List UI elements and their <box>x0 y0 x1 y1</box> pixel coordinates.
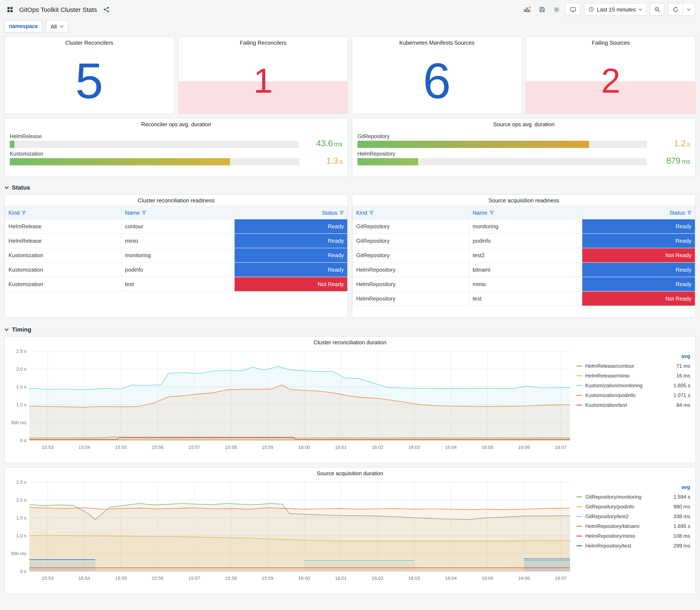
bar-gauge-fill <box>10 158 230 165</box>
panel-title[interactable]: Reconciler ops avg. duration <box>5 118 348 130</box>
filter-icon[interactable] <box>489 210 494 215</box>
svg-text:15:56: 15:56 <box>152 445 163 450</box>
section-header-status[interactable]: Status <box>0 181 700 193</box>
svg-text:16:07: 16:07 <box>555 576 567 581</box>
panel-title[interactable]: Failing Reconcilers <box>179 37 348 48</box>
status-badge: Not Ready <box>582 292 695 306</box>
svg-text:16:07: 16:07 <box>555 445 567 450</box>
dashboard-header: GitOps Toolkit Cluster Stats Last 15 min… <box>0 0 700 19</box>
variable-namespace-value: All <box>51 23 57 30</box>
share-icon[interactable] <box>101 3 112 15</box>
status-badge: Ready <box>582 219 695 234</box>
panel-title[interactable]: Cluster reconciliation duration <box>10 337 690 348</box>
legend-item-helmrelease-minio[interactable]: HelmRelease/minio16 ms <box>576 371 690 381</box>
gauge-label: HelmRepository <box>357 151 647 157</box>
legend-item-gitrepository-test2[interactable]: GitRepository/test2338 ms <box>576 511 690 521</box>
legend-avg-header[interactable]: avg <box>576 353 690 359</box>
filter-icon[interactable] <box>687 210 691 215</box>
legend-series-avg: 1.695 s <box>673 523 690 529</box>
legend-series-name[interactable]: GitRepository/podinfo <box>585 503 673 510</box>
column-label: Name <box>473 209 487 216</box>
filter-icon[interactable] <box>340 210 344 215</box>
legend-item-kustomization-podinfo[interactable]: Kustomization/podinfo1.071 s <box>576 390 690 400</box>
filter-icon[interactable] <box>369 210 374 215</box>
legend-item-kustomization-monitoring[interactable]: Kustomization/monitoring1.605 s <box>576 381 690 390</box>
chevron-down-icon <box>60 25 64 28</box>
refresh-interval-dropdown[interactable] <box>683 3 695 16</box>
add-panel-icon[interactable] <box>522 3 533 15</box>
column-label: Status <box>669 209 685 216</box>
legend-series-name[interactable]: GitRepository/monitoring <box>585 494 673 500</box>
legend-item-helmrepository-bitnami[interactable]: HelmRepository/bitnami1.695 s <box>576 521 690 531</box>
legend-series-avg: 1.605 s <box>673 382 690 388</box>
legend-series-name[interactable]: HelmRepository/test <box>585 543 673 549</box>
save-icon[interactable] <box>536 3 548 15</box>
panel-title[interactable]: Failing Sources <box>526 37 695 48</box>
panel-title[interactable]: Kubernetes Manifests Sources <box>352 37 521 48</box>
refresh-icon <box>672 6 679 13</box>
panel-title[interactable]: Cluster Reconcilers <box>5 37 174 48</box>
legend-series-name[interactable]: Kustomization/podinfo <box>585 392 673 398</box>
svg-text:15:57: 15:57 <box>189 445 200 450</box>
legend-avg-header[interactable]: avg <box>576 484 690 490</box>
legend-item-kustomization-test[interactable]: Kustomization/test84 ms <box>576 400 690 410</box>
gauge-row-helmrepository: HelmRepository879ms <box>357 151 690 165</box>
cell-status: Ready <box>234 262 347 277</box>
panel-title[interactable]: Source ops avg. duration <box>352 118 695 130</box>
status-badge: Ready <box>234 248 347 262</box>
cell-status: Ready <box>234 248 347 262</box>
zoom-out-button[interactable] <box>650 3 665 16</box>
column-header-kind[interactable]: Kind <box>5 206 121 219</box>
column-label: Kind <box>9 209 19 216</box>
panel-title[interactable]: Source acquisition duration <box>10 468 690 479</box>
svg-text:15:55: 15:55 <box>115 576 127 581</box>
legend-series-name[interactable]: HelmRepository/minio <box>585 533 673 539</box>
readiness-table: KindNameStatusHelmReleasecontourReadyHel… <box>5 206 348 292</box>
legend-series-name[interactable]: Kustomization/monitoring <box>585 382 673 388</box>
column-header-kind[interactable]: Kind <box>353 206 469 219</box>
svg-text:16:00: 16:00 <box>298 445 310 450</box>
legend-item-helmrepository-minio[interactable]: HelmRepository/minio108 ms <box>576 531 690 541</box>
legend-series-color <box>576 506 582 507</box>
settings-gear-icon[interactable] <box>551 3 562 15</box>
legend-item-helmrelease-contour[interactable]: HelmRelease/contour71 ms <box>576 361 690 371</box>
section-header-timing[interactable]: Timing <box>0 323 700 335</box>
variables-bar: namespace All <box>0 19 700 36</box>
filter-icon[interactable] <box>22 210 26 215</box>
panel-title[interactable]: Source acquisition readiness <box>352 195 695 206</box>
legend-series-name[interactable]: HelmRepository/bitnami <box>585 523 673 529</box>
legend-series-name[interactable]: HelmRelease/contour <box>585 363 677 369</box>
svg-text:16:03: 16:03 <box>408 445 420 450</box>
legend-item-helmrepository-test[interactable]: HelmRepository/test289 ms <box>576 541 690 550</box>
status-badge: Ready <box>582 263 695 277</box>
column-header-name[interactable]: Name <box>469 206 582 219</box>
column-header-status[interactable]: Status <box>234 206 347 219</box>
panel-title[interactable]: Cluster reconciliation readiness <box>5 195 348 206</box>
cell-name: monitoring <box>469 219 582 234</box>
svg-text:16:04: 16:04 <box>445 576 457 581</box>
refresh-button[interactable] <box>668 3 683 16</box>
legend-series-name[interactable]: GitRepository/test2 <box>585 513 673 519</box>
table-row: GitRepositorytest2Not Ready <box>353 248 695 262</box>
legend-series-name[interactable]: HelmRelease/minio <box>585 373 677 379</box>
variable-namespace-select[interactable]: All <box>46 20 68 33</box>
legend-series-color <box>576 375 582 376</box>
legend-item-gitrepository-podinfo[interactable]: GitRepository/podinfo980 ms <box>576 502 690 511</box>
chart-legend: avgGitRepository/monitoring1.594 sGitRep… <box>576 479 690 590</box>
stat-panel-failing-reconcilers: Failing Reconcilers1 <box>178 36 348 114</box>
filter-icon[interactable] <box>142 210 146 215</box>
svg-text:2.0 s: 2.0 s <box>16 497 26 503</box>
legend-item-gitrepository-monitoring[interactable]: GitRepository/monitoring1.594 s <box>576 492 690 502</box>
cell-name: test <box>469 291 582 306</box>
stat-panel-failing-sources: Failing Sources2 <box>526 36 696 114</box>
svg-text:0 s: 0 s <box>20 569 26 574</box>
zoom-out-icon <box>654 6 661 13</box>
tv-mode-button[interactable] <box>565 3 581 16</box>
legend-series-name[interactable]: Kustomization/test <box>585 402 677 408</box>
column-header-status[interactable]: Status <box>582 206 695 219</box>
variable-namespace-label[interactable]: namespace <box>4 20 43 33</box>
column-header-name[interactable]: Name <box>121 206 234 219</box>
time-range-picker[interactable]: Last 15 minutes <box>584 3 647 16</box>
table-row: HelmRepositoryminioReady <box>353 277 695 291</box>
svg-text:16:05: 16:05 <box>482 445 493 450</box>
